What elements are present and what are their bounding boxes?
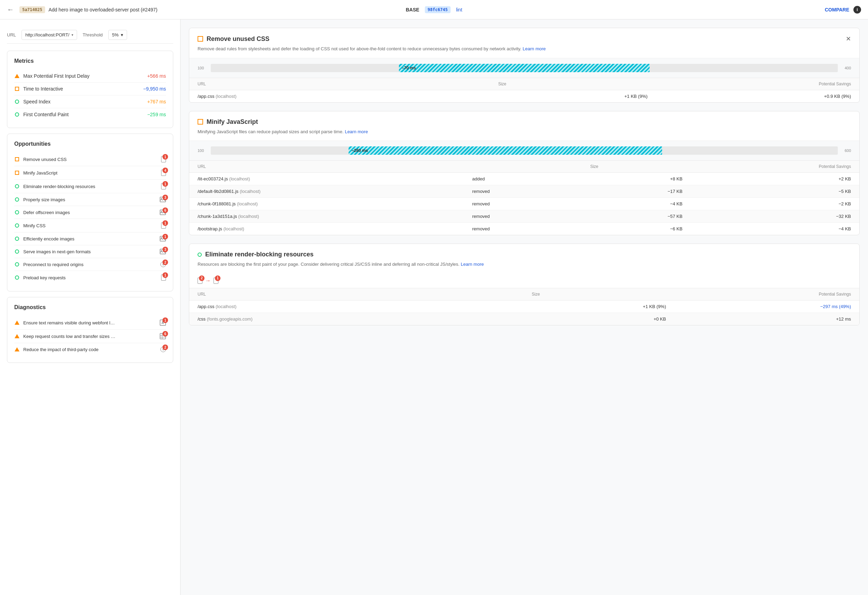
metric-left: Max Potential First Input Delay	[14, 73, 90, 79]
triangle-icon	[14, 73, 20, 79]
cell-host: (localhost)	[216, 94, 236, 99]
diag-name: Ensure text remains visible during webfo…	[23, 320, 115, 325]
compare-button[interactable]: COMPARE	[825, 7, 849, 12]
col-status	[464, 161, 582, 173]
table-icon-wrap: 6	[160, 333, 166, 339]
opp-left: Serve images in next-gen formats	[14, 249, 91, 254]
img-icon-wrap: 1	[160, 236, 166, 242]
main-layout: URL http://localhost:PORT/ ▾ Threshold 5…	[0, 19, 868, 595]
detail-card-minify-js: Minify JavaScript Minifying JavaScript f…	[189, 111, 860, 236]
metric-row[interactable]: Max Potential First Input Delay +566 ms	[14, 70, 166, 82]
opp-right: 3	[160, 197, 166, 202]
badge: 3	[162, 247, 168, 252]
badge: 3	[162, 194, 168, 200]
threshold-value: 5%	[112, 32, 119, 37]
cell-status	[421, 90, 490, 102]
cell-url: /css (fonts.googleapis.com)	[189, 312, 461, 325]
detail-header: Eliminate render-blocking resources Reso…	[189, 244, 859, 268]
metric-left: Speed Index	[14, 99, 51, 105]
cell-savings: +12 ms	[674, 312, 859, 325]
cell-url: /chunk-0f188081.js (localhost)	[189, 198, 464, 210]
url-dropdown[interactable]: http://localhost:PORT/ ▾	[22, 30, 77, 40]
chart-bar-value: −280 ms	[348, 146, 368, 155]
opp-left: Defer offscreen images	[14, 209, 70, 215]
cell-savings: −32 KB	[691, 210, 859, 223]
opp-row-size-images[interactable]: Properly size images 3	[14, 193, 166, 206]
badge: 4	[162, 168, 168, 173]
cell-host: (localhost)	[223, 226, 244, 231]
detail-title: Remove unused CSS	[198, 35, 269, 43]
circle-green-icon	[14, 112, 20, 117]
diag-row-request-counts[interactable]: Keep request counts low and transfer siz…	[14, 330, 166, 343]
metrics-card: Metrics Max Potential First Input Delay …	[7, 51, 173, 128]
badge: 1	[162, 272, 168, 278]
col-savings: Potential Savings	[656, 78, 859, 90]
opp-name: Properly size images	[23, 197, 65, 202]
card-description: Remove dead rules from stylesheets and d…	[198, 46, 851, 52]
cell-host: (fonts.googleapis.com)	[207, 317, 253, 322]
col-size: Size	[523, 288, 674, 300]
badge: 1	[162, 220, 168, 226]
badge: 1	[162, 181, 168, 187]
cell-host: (localhost)	[237, 201, 258, 206]
diag-row-third-party[interactable]: Reduce the impact of third-party code ⊕ …	[14, 343, 166, 356]
badge: 6	[162, 208, 168, 213]
badge: 2	[162, 345, 168, 350]
cell-savings: −4 KB	[691, 223, 859, 235]
cell-status: removed	[464, 210, 582, 223]
opp-row-defer-images[interactable]: Defer offscreen images 6	[14, 206, 166, 219]
cell-status	[461, 300, 524, 312]
metric-value: −9,950 ms	[143, 86, 166, 91]
elim-icons-row: 2 → 1	[189, 273, 859, 288]
chart-right-label: 400	[841, 66, 851, 70]
opp-row-minify-css[interactable]: Minify CSS 1	[14, 219, 166, 233]
close-button[interactable]: ✕	[846, 35, 851, 43]
diag-right: 6	[160, 333, 166, 339]
metric-row[interactable]: Speed Index +767 ms	[14, 96, 166, 108]
square-orange-icon	[14, 86, 20, 91]
circle-green-icon	[14, 223, 20, 228]
circle-green-icon	[14, 184, 20, 189]
col-savings: Potential Savings	[691, 161, 859, 173]
metric-name: Time to Interactive	[23, 86, 63, 91]
opp-row-remove-unused-css[interactable]: Remove unused CSS 1	[14, 153, 166, 166]
col-url: URL	[189, 78, 421, 90]
metric-row[interactable]: Time to Interactive −9,950 ms	[14, 82, 166, 96]
info-button[interactable]: i	[853, 6, 861, 13]
triangle-orange-icon	[14, 320, 20, 325]
opp-row-encode-images[interactable]: Efficiently encode images 1	[14, 233, 166, 245]
diag-name: Reduce the impact of third-party code	[23, 347, 99, 352]
detail-title: Eliminate render-blocking resources	[198, 251, 313, 258]
learn-more-link[interactable]: Learn more	[523, 46, 545, 52]
opp-left: Eliminate render-blocking resources	[14, 184, 95, 189]
learn-more-link[interactable]: Learn more	[345, 129, 368, 134]
diag-row-webfont[interactable]: Ensure text remains visible during webfo…	[14, 316, 166, 330]
threshold-chevron-icon: ▾	[121, 32, 123, 37]
circle-green-icon	[14, 99, 20, 105]
globe-icon-wrap: ⊕ 2	[160, 262, 166, 267]
opp-name: Preload key requests	[23, 275, 66, 280]
threshold-dropdown[interactable]: 5% ▾	[108, 30, 127, 40]
opp-name: Eliminate render-blocking resources	[23, 184, 95, 189]
back-button[interactable]: ←	[7, 6, 14, 13]
cell-size: −57 KB	[582, 210, 691, 223]
opp-row-preconnect[interactable]: Preconnect to required origins ⊕ 2	[14, 258, 166, 271]
opp-row-render-blocking[interactable]: Eliminate render-blocking resources 1	[14, 180, 166, 193]
chart-bar-fill: −70 ms	[399, 64, 650, 72]
metric-row[interactable]: First Contentful Paint −259 ms	[14, 108, 166, 121]
opp-row-nextgen-images[interactable]: Serve images in next-gen formats 3	[14, 245, 166, 258]
cell-savings: +0.9 KB (9%)	[656, 90, 859, 102]
detail-title: Minify JavaScript	[198, 118, 258, 125]
opp-row-minify-js[interactable]: Minify JavaScript 4	[14, 166, 166, 180]
cell-savings: −5 KB	[691, 185, 859, 198]
learn-more-link[interactable]: Learn more	[461, 262, 484, 267]
metric-value: +767 ms	[147, 99, 166, 105]
diag-right: ⊕ 2	[160, 347, 166, 352]
file-icon-wrap: 1	[161, 183, 166, 189]
opp-row-preload[interactable]: Preload key requests 1	[14, 271, 166, 284]
lint-commit-badge: 98fc6745	[425, 6, 451, 13]
chart-track: −70 ms	[211, 64, 838, 72]
opp-left: Preconnect to required origins	[14, 262, 83, 267]
diagnostics-title: Diagnostics	[14, 304, 166, 311]
circle-green-icon	[14, 209, 20, 215]
